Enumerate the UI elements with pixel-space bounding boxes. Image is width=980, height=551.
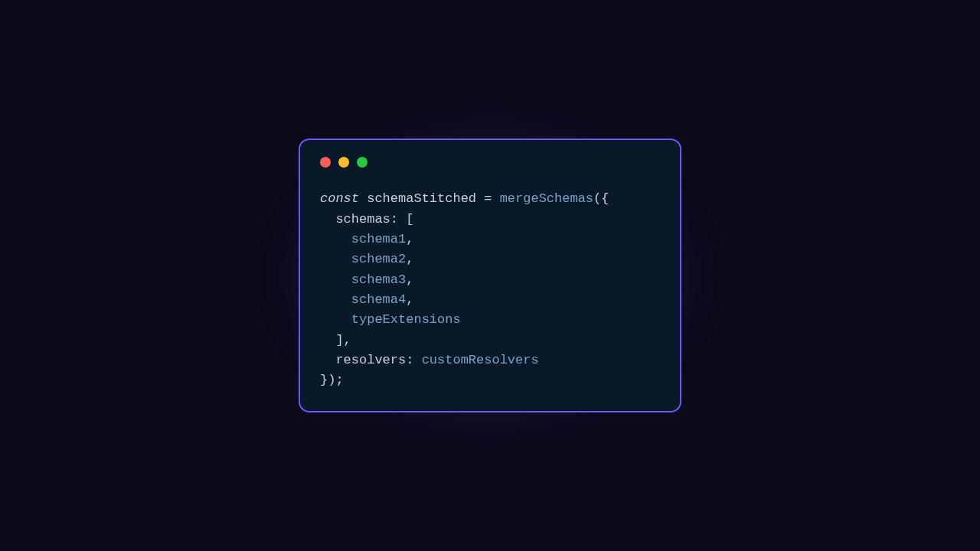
comma: , [406, 272, 413, 287]
comma: , [344, 333, 351, 347]
comma: , [406, 292, 413, 307]
open-paren-brace: ({ [593, 191, 609, 206]
prop-resolvers: resolvers [335, 353, 406, 367]
traffic-lights [320, 157, 660, 168]
function-name: mergeSchemas [500, 191, 593, 206]
close-icon[interactable] [320, 157, 331, 168]
array-item: schema4 [351, 292, 406, 307]
keyword-const: const [320, 191, 359, 206]
code-window-wrapper: const schemaStitched = mergeSchemas({ sc… [299, 139, 681, 412]
colon: : [390, 212, 398, 227]
comma: , [406, 232, 413, 246]
array-item: schema1 [351, 232, 406, 246]
array-item: schema3 [351, 272, 406, 287]
variable-name: schemaStitched [367, 191, 476, 206]
bracket-open: [ [406, 212, 413, 227]
prop-schemas: schemas [335, 212, 390, 227]
colon: : [406, 353, 413, 367]
code-window: const schemaStitched = mergeSchemas({ sc… [299, 139, 681, 412]
comma: , [406, 252, 413, 266]
code-block: const schemaStitched = mergeSchemas({ sc… [320, 189, 660, 390]
resolvers-value: customResolvers [422, 353, 539, 367]
minimize-icon[interactable] [338, 157, 349, 168]
close-brace-paren: }); [320, 373, 344, 387]
array-item: typeExtensions [351, 312, 461, 327]
zoom-icon[interactable] [357, 157, 368, 168]
array-item: schema2 [351, 252, 406, 266]
bracket-close: ] [335, 333, 343, 347]
equals-sign: = [484, 191, 492, 206]
